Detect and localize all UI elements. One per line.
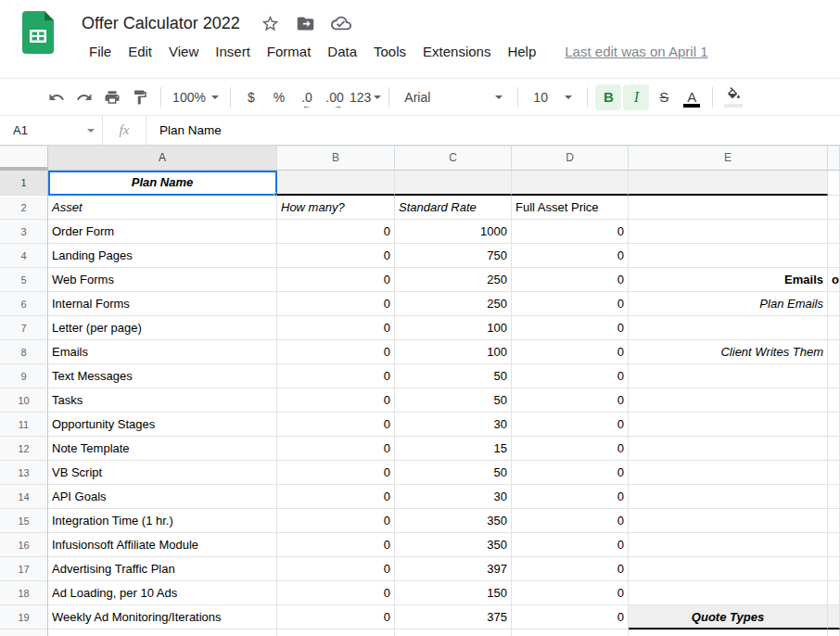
last-edit-link[interactable]: Last edit was on April 1: [565, 44, 707, 59]
row-header-17[interactable]: 17: [0, 557, 48, 581]
select-all-corner[interactable]: [0, 146, 48, 171]
menu-edit[interactable]: Edit: [120, 44, 160, 59]
cell-E16[interactable]: [629, 533, 828, 557]
cell-A15[interactable]: Integration Time (1 hr.): [48, 509, 277, 533]
formula-input[interactable]: Plan Name: [146, 123, 222, 137]
font-select[interactable]: Arial: [397, 84, 510, 110]
column-header-D[interactable]: D: [512, 146, 629, 171]
row-header-12[interactable]: 12: [0, 437, 48, 461]
row-header-10[interactable]: 10: [0, 388, 48, 413]
cell-C18[interactable]: 150: [395, 581, 512, 605]
cell-E19[interactable]: Quote Types: [629, 605, 828, 630]
format-percent-button[interactable]: %: [266, 84, 292, 110]
cell-C11[interactable]: 30: [395, 413, 512, 437]
row-header-15[interactable]: 15: [0, 509, 48, 533]
cell-E1[interactable]: [629, 171, 828, 196]
menu-extensions[interactable]: Extensions: [414, 44, 499, 59]
cell-D18[interactable]: 0: [512, 581, 629, 605]
cell-F5[interactable]: o: [828, 268, 840, 292]
menu-help[interactable]: Help: [499, 44, 544, 59]
cell-E3[interactable]: [629, 220, 828, 244]
cell-C19[interactable]: 375: [395, 605, 512, 630]
cell-C[interactable]: [395, 630, 512, 636]
cell-C17[interactable]: 397: [395, 557, 512, 581]
column-header-F-partial[interactable]: [828, 146, 840, 171]
sheets-logo-icon[interactable]: [22, 11, 54, 54]
cell-D12[interactable]: 0: [512, 437, 629, 461]
cell-F3[interactable]: [828, 220, 840, 244]
cell-F14[interactable]: [828, 485, 840, 509]
cell-E4[interactable]: [629, 244, 828, 268]
cell-A13[interactable]: VB Script: [48, 461, 277, 485]
cell-B11[interactable]: 0: [277, 413, 395, 437]
cell-A18[interactable]: Ad Loading, per 10 Ads: [48, 581, 277, 605]
cell-F8[interactable]: [828, 340, 840, 364]
cell-F17[interactable]: [828, 557, 840, 581]
cell-F19[interactable]: [828, 605, 840, 630]
strikethrough-button[interactable]: S: [651, 84, 677, 110]
cloud-check-icon[interactable]: [331, 13, 351, 33]
cell-A1[interactable]: Plan Name: [48, 171, 277, 196]
star-icon[interactable]: [261, 14, 280, 33]
cell-E5[interactable]: Emails: [629, 268, 828, 292]
menu-tools[interactable]: Tools: [365, 44, 414, 59]
cell-D9[interactable]: 0: [512, 364, 629, 388]
cell-A12[interactable]: Note Template: [48, 437, 277, 461]
row-header-2[interactable]: 2: [0, 196, 48, 220]
cell-E6[interactable]: Plan Emails: [629, 292, 828, 316]
decrease-decimal-button[interactable]: .0 ←: [294, 84, 320, 110]
cell-B10[interactable]: 0: [277, 388, 395, 413]
cell-C14[interactable]: 30: [395, 485, 512, 509]
cell-A11[interactable]: Opportunity Stages: [48, 413, 277, 437]
cell-B7[interactable]: 0: [277, 316, 395, 340]
cell-F12[interactable]: [828, 437, 840, 461]
cell-D6[interactable]: 0: [512, 292, 629, 316]
cell-C12[interactable]: 15: [395, 437, 512, 461]
cell-B19[interactable]: 0: [277, 605, 395, 630]
cell-E9[interactable]: [629, 364, 828, 388]
cell-F6[interactable]: [828, 292, 840, 316]
cell-E13[interactable]: [629, 461, 828, 485]
cell-F18[interactable]: [828, 581, 840, 605]
cell-F9[interactable]: [828, 364, 840, 388]
document-title[interactable]: Offer Calculator 2022: [82, 14, 240, 33]
cell-F11[interactable]: [828, 413, 840, 437]
cell-A6[interactable]: Internal Forms: [48, 292, 277, 316]
fill-handle[interactable]: [274, 192, 277, 196]
cell-B1[interactable]: [277, 171, 395, 196]
cell-B14[interactable]: 0: [277, 485, 395, 509]
cell-D14[interactable]: 0: [512, 485, 629, 509]
cell-B12[interactable]: 0: [277, 437, 395, 461]
cell-C3[interactable]: 1000: [395, 220, 512, 244]
cell-E12[interactable]: [629, 437, 828, 461]
row-header-3[interactable]: 3: [0, 220, 48, 244]
row-header-partial[interactable]: [0, 630, 48, 636]
number-format-select[interactable]: 123: [350, 84, 381, 110]
cell-C1[interactable]: [395, 171, 512, 196]
cell-F13[interactable]: [828, 461, 840, 485]
cell-B3[interactable]: 0: [277, 220, 395, 244]
italic-button[interactable]: I: [623, 84, 649, 110]
menu-data[interactable]: Data: [319, 44, 365, 59]
row-header-16[interactable]: 16: [0, 533, 48, 557]
cell-E11[interactable]: [629, 413, 828, 437]
column-header-E[interactable]: E: [629, 146, 828, 171]
cell-D13[interactable]: 0: [512, 461, 629, 485]
cell-E8[interactable]: Client Writes Them: [629, 340, 828, 364]
menu-format[interactable]: Format: [259, 44, 320, 59]
fill-color-button[interactable]: [720, 84, 746, 110]
cell-C13[interactable]: 50: [395, 461, 512, 485]
row-header-1[interactable]: 1: [0, 171, 48, 196]
cell-B18[interactable]: 0: [277, 581, 395, 605]
cell-A5[interactable]: Web Forms: [48, 268, 277, 292]
cell-D8[interactable]: 0: [512, 340, 629, 364]
row-header-4[interactable]: 4: [0, 244, 48, 268]
menu-file[interactable]: File: [81, 44, 120, 59]
row-header-5[interactable]: 5: [0, 268, 48, 292]
column-header-C[interactable]: C: [395, 146, 512, 171]
cell-D15[interactable]: 0: [512, 509, 629, 533]
cell-D11[interactable]: 0: [512, 413, 629, 437]
bold-button[interactable]: B: [595, 84, 621, 110]
row-header-11[interactable]: 11: [0, 413, 48, 437]
cell-A10[interactable]: Tasks: [48, 388, 277, 413]
